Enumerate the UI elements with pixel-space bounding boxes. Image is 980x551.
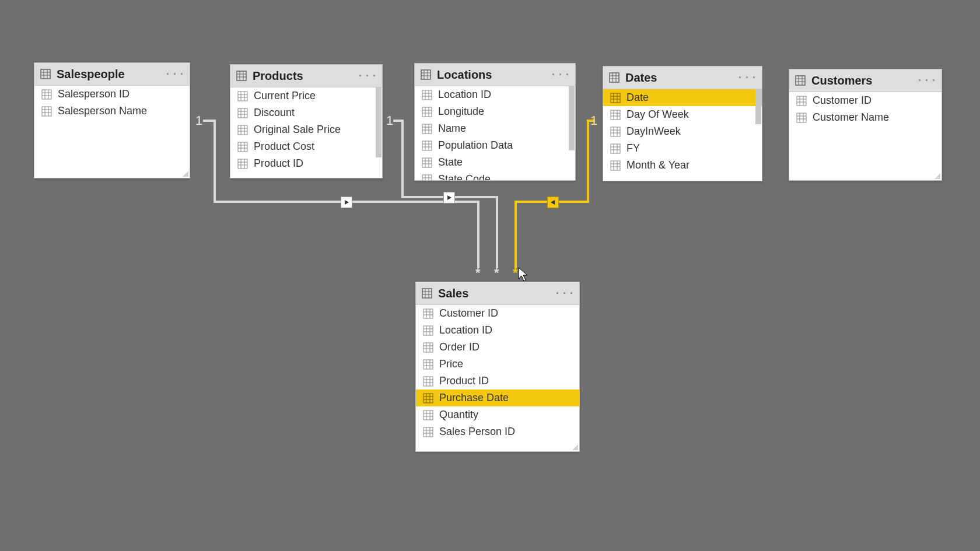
svg-rect-0 [41,69,50,79]
field-row[interactable]: DayInWeek [603,123,762,140]
table-products[interactable]: Products · · · Current Price Discount Or… [230,64,383,178]
model-canvas[interactable]: { "tables": { "salespeople": { "title": … [0,0,980,551]
field-row[interactable]: Population Data [415,137,575,154]
field-row[interactable]: Location ID [416,322,579,339]
field-row[interactable]: Price [416,356,579,373]
field-label: Discount [254,107,295,119]
cardinality-one: 1 [590,113,597,128]
field-label: Customer Name [813,111,889,124]
field-label: Purchase Date [439,392,509,404]
svg-rect-15 [237,71,246,80]
field-icon [237,125,248,135]
svg-rect-100 [611,144,620,153]
field-row-selected[interactable]: Purchase Date [416,389,579,406]
field-row-selected[interactable]: Date [603,89,762,106]
svg-rect-5 [42,90,51,99]
field-row[interactable]: Discount [230,104,382,121]
field-row[interactable]: FY [603,140,762,157]
table-menu-icon[interactable]: · · · [166,68,184,80]
svg-rect-55 [422,107,432,117]
table-menu-icon[interactable]: · · · [556,287,573,300]
field-icon [422,107,432,117]
field-label: Month & Year [626,159,690,171]
field-row[interactable]: Sales Person ID [416,423,579,440]
svg-rect-140 [424,343,433,352]
field-row[interactable]: Customer ID [789,92,942,109]
mouse-cursor [518,267,530,282]
field-row[interactable]: Name [415,120,575,137]
field-row[interactable]: Month & Year [603,157,762,174]
table-menu-icon[interactable]: · · · [552,69,569,81]
field-row[interactable]: Customer ID [416,305,579,322]
table-header[interactable]: Salespeople · · · [34,63,190,86]
field-label: Original Sale Price [254,124,341,136]
field-icon [41,106,52,117]
table-header[interactable]: Locations · · · [415,64,575,86]
table-header[interactable]: Customers · · · [789,69,942,92]
table-title: Locations [437,68,492,82]
filter-direction-arrow[interactable] [443,192,455,203]
field-icon [423,342,433,353]
scrollbar[interactable] [755,89,761,124]
resize-handle[interactable] [572,444,578,450]
field-row[interactable]: Order ID [416,339,579,356]
scrollbar[interactable] [569,86,575,150]
field-label: State [438,156,463,169]
svg-rect-85 [611,93,620,103]
svg-rect-10 [42,107,51,116]
field-label: Day Of Week [626,108,689,121]
field-label: FY [626,142,640,155]
field-row[interactable]: Location ID [415,86,575,103]
svg-rect-30 [238,125,247,135]
field-label: State Code [438,173,491,180]
field-icon [422,90,432,100]
field-icon [423,359,433,370]
svg-rect-65 [422,141,432,150]
table-icon [421,69,431,80]
field-row[interactable]: Product Cost [230,138,382,155]
field-row[interactable]: Original Sale Price [230,121,382,138]
field-row[interactable]: Customer Name [789,109,942,126]
table-header[interactable]: Products · · · [230,65,382,87]
field-row[interactable]: State [415,154,575,171]
table-title: Customers [811,74,872,87]
field-row[interactable]: Longitude [415,103,575,120]
field-label: Order ID [439,341,480,353]
field-row[interactable]: Product ID [230,155,382,172]
field-row[interactable]: Day Of Week [603,106,762,123]
field-row[interactable]: Quantity [416,406,579,423]
svg-rect-155 [424,394,433,403]
table-menu-icon[interactable]: · · · [918,75,936,87]
table-dates[interactable]: Dates · · · Date Day Of Week DayInWeek F… [603,66,762,181]
svg-rect-105 [611,161,620,170]
table-customers[interactable]: Customers · · · Customer ID Customer Nam… [789,69,942,181]
resize-handle[interactable] [935,173,940,179]
svg-rect-145 [424,360,433,369]
svg-rect-40 [238,159,247,169]
table-sales[interactable]: Sales · · · Customer ID Location ID Orde… [415,282,580,452]
field-row[interactable]: State Code [415,171,575,180]
svg-rect-35 [238,142,247,152]
table-header[interactable]: Dates · · · [603,66,762,89]
field-row[interactable]: Salesperson Name [34,103,190,120]
field-row[interactable]: Salesperson ID [34,86,190,103]
scrollbar[interactable] [376,87,382,157]
table-icon [40,69,51,79]
field-row[interactable]: Current Price [230,87,382,104]
table-salespeople[interactable]: Salespeople · · · Salesperson ID Salespe… [34,62,190,178]
filter-direction-arrow-active[interactable] [547,196,559,208]
field-label: Sales Person ID [439,426,515,438]
table-title: Sales [438,287,468,300]
field-row[interactable]: Product ID [416,373,579,389]
table-menu-icon[interactable]: · · · [359,70,376,82]
field-icon [423,308,433,319]
cardinality-many: * [513,265,518,280]
table-header[interactable]: Sales · · · [416,282,579,305]
field-icon [237,108,248,118]
resize-handle[interactable] [183,171,188,177]
filter-direction-arrow[interactable] [341,196,352,208]
field-label: Customer ID [439,307,498,320]
svg-rect-130 [424,309,433,318]
table-locations[interactable]: Locations · · · Location ID Longitude Na… [414,63,576,181]
table-menu-icon[interactable]: · · · [738,72,756,84]
